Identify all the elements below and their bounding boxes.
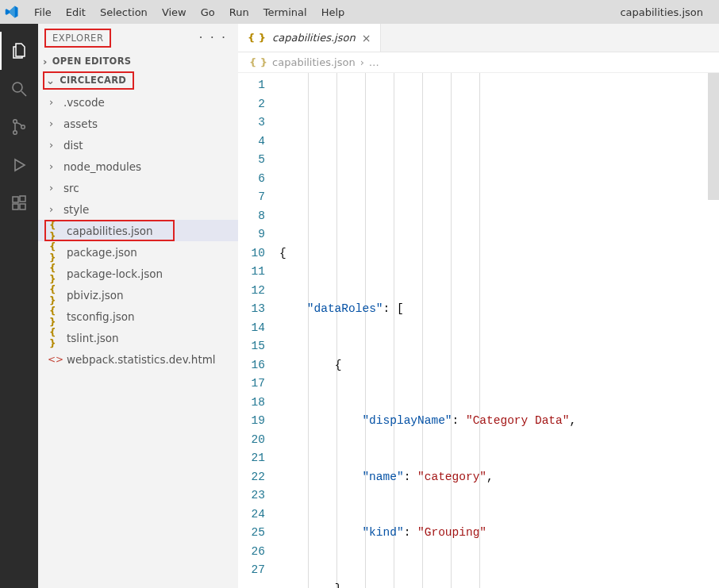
tree-folder-src[interactable]: ›src [38,177,238,198]
line-number: 11 [238,263,265,282]
chevron-right-icon: › [49,182,59,194]
tree-label: tsconfig.json [67,310,135,323]
menu-edit[interactable]: Edit [59,3,93,21]
activity-source-control[interactable] [0,108,38,146]
svg-point-3 [13,131,17,135]
close-tab-icon[interactable]: × [362,32,371,44]
tree-label: assets [63,117,98,130]
breadcrumb-file: capabilities.json [272,56,356,68]
folder-name: CIRCLECARD [60,75,126,86]
tree-file-tslint-json[interactable]: { }tslint.json [38,327,238,348]
json-file-icon: { } [49,263,62,285]
code-token: "name" [362,471,403,483]
line-number: 5 [238,151,265,170]
tree-file-capabilities-json[interactable]: { }capabilities.json [38,220,238,241]
svg-line-1 [21,91,26,96]
tree-folder-style[interactable]: ›style [38,198,238,220]
activity-bar [0,24,38,588]
code-line: { [279,247,286,259]
menu-file[interactable]: File [27,3,59,21]
line-number: 27 [238,561,265,580]
chevron-right-icon: › [49,96,59,108]
activity-search[interactable] [0,70,38,108]
line-number: 24 [238,505,265,525]
svg-point-0 [13,83,22,92]
menu-view[interactable]: View [155,3,194,21]
breadcrumb[interactable]: { } capabilities.json › … [238,52,719,73]
editor-tab-capabilities[interactable]: { } capabilities.json × [238,24,381,52]
explorer-more-icon[interactable]: · · · [196,30,230,45]
tree-folder-node-modules[interactable]: ›node_modules [38,156,238,177]
tree-file-package-json[interactable]: { }package.json [38,241,238,263]
menu-terminal[interactable]: Terminal [256,3,314,21]
svg-rect-6 [13,204,18,209]
chevron-right-icon: › [43,56,48,67]
line-number: 17 [238,375,265,394]
code-line: { [335,359,342,371]
line-number: 1 [238,76,265,95]
code-token: , [569,414,576,427]
folder-header[interactable]: ⌄ CIRCLECARD [38,71,238,90]
chevron-right-icon: › [49,139,59,151]
tree-file-pbiviz-json[interactable]: { }pbiviz.json [38,284,238,306]
svg-rect-7 [20,204,25,209]
code-editor[interactable]: 1 2 3 4 5 6 7 8 9 10 11 12 13 14 15 16 1… [238,73,719,588]
files-icon [10,41,29,60]
tree-file-package-lock-json[interactable]: { }package-lock.json [38,263,238,284]
svg-rect-8 [20,196,25,202]
open-editors-header[interactable]: › OPEN EDITORS [38,52,238,71]
activity-extensions[interactable] [0,184,38,222]
editor-tabs: { } capabilities.json × [238,24,719,52]
tree-folder-dist[interactable]: ›dist [38,134,238,156]
line-number: 4 [238,133,265,152]
json-file-icon: { } [49,241,62,263]
open-editors-label: OPEN EDITORS [52,56,132,67]
menu-run[interactable]: Run [222,3,256,21]
chevron-right-icon: › [49,160,59,172]
svg-rect-5 [13,197,18,202]
line-number: 9 [238,225,265,244]
code-token: "displayName" [362,414,452,427]
search-icon [10,79,29,98]
editor-tab-label: capabilities.json [272,32,356,44]
tree-file-tsconfig-json[interactable]: { }tsconfig.json [38,306,238,327]
tree-label: .vscode [63,96,105,109]
json-file-icon: { } [49,327,62,349]
code-line: }, [335,582,348,589]
json-file-icon: { } [49,220,62,242]
explorer-header: EXPLORER · · · [38,24,238,52]
tree-label: node_modules [63,160,141,173]
code-content[interactable]: { "dataRoles": [ { "displayName": "Categ… [279,73,719,588]
tree-label: style [63,203,89,216]
window-title: capabilities.json [620,6,714,18]
tree-folder-assets[interactable]: ›assets [38,113,238,134]
json-file-icon: { } [49,284,62,306]
code-token: "Grouping" [417,526,486,539]
editor-scrollbar[interactable] [708,73,719,588]
activity-run-debug[interactable] [0,146,38,184]
activity-explorer[interactable] [0,32,38,70]
json-file-icon: { } [249,56,267,68]
debug-icon [10,156,29,175]
line-number: 20 [238,431,265,450]
main-area: EXPLORER · · · › OPEN EDITORS ⌄ CIRCLECA… [0,24,719,588]
tree-folder-vscode[interactable]: ›.vscode [38,91,238,113]
breadcrumb-sep-icon: › [360,56,364,68]
explorer-sidebar: EXPLORER · · · › OPEN EDITORS ⌄ CIRCLECA… [38,24,238,588]
code-token: "kind" [362,526,403,539]
menu-selection[interactable]: Selection [93,3,155,21]
line-number: 26 [238,543,265,562]
tree-label: src [63,182,79,194]
line-number: 14 [238,319,265,338]
code-token: "dataRoles" [307,302,383,315]
menu-go[interactable]: Go [194,3,222,21]
json-file-icon: { } [248,32,266,44]
menu-help[interactable]: Help [314,3,352,21]
tree-label: package-lock.json [67,267,163,280]
scrollbar-thumb[interactable] [708,73,719,200]
chevron-down-icon: ⌄ [46,75,55,86]
tree-file-webpack-statistics-html[interactable]: <>webpack.statistics.dev.html [38,348,238,370]
line-number: 2 [238,95,265,114]
editor-group: { } capabilities.json × { } capabilities… [238,24,719,588]
tree-label: package.json [67,246,137,259]
